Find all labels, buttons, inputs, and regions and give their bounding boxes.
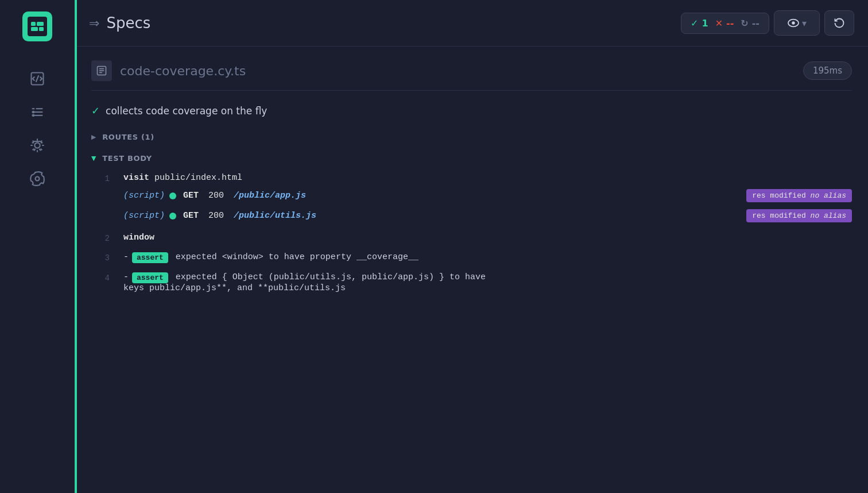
routes-row[interactable]: ▶ ROUTES (1) bbox=[91, 128, 852, 146]
app-logo[interactable] bbox=[22, 11, 52, 41]
content-area: code-coverage.cy.ts 195ms ✓ collects cod… bbox=[75, 47, 868, 493]
svg-rect-1 bbox=[37, 22, 44, 26]
loading-stat: ↻ -- bbox=[741, 18, 760, 29]
assert-badge-2: assert bbox=[132, 272, 168, 283]
sidebar-item-tests[interactable] bbox=[23, 98, 52, 126]
assert-badge-1: assert bbox=[132, 252, 168, 263]
page-title: Specs bbox=[106, 14, 150, 32]
loading-count: -- bbox=[752, 18, 760, 29]
svg-rect-0 bbox=[31, 22, 36, 26]
sidebar-item-debug[interactable] bbox=[23, 131, 52, 160]
sidebar bbox=[0, 0, 75, 493]
check-icon: ✓ bbox=[691, 18, 698, 29]
loading-icon: ↻ bbox=[741, 18, 748, 29]
sidebar-item-code[interactable] bbox=[23, 64, 52, 93]
svg-point-9 bbox=[32, 111, 35, 114]
svg-rect-3 bbox=[39, 27, 44, 31]
script-line-2: (script) GET 200 /public/utils.js res mo… bbox=[123, 206, 852, 226]
routes-chevron: ▶ bbox=[91, 133, 96, 141]
fail-count: -- bbox=[726, 18, 734, 29]
file-duration: 195ms bbox=[803, 61, 852, 80]
main-panel: ⇒ Specs ✓ 1 ✕ -- ↻ -- bbox=[75, 0, 868, 493]
line-num-2: 2 bbox=[91, 233, 110, 243]
test-pass-icon: ✓ bbox=[91, 105, 100, 117]
code-line-2: 2 window bbox=[91, 230, 852, 245]
file-info: code-coverage.cy.ts bbox=[91, 60, 246, 81]
pass-stat: ✓ 1 bbox=[691, 18, 708, 29]
specs-arrow-icon: ⇒ bbox=[89, 16, 99, 30]
code-line-3: 3 - assert expected <window> to have pro… bbox=[91, 250, 852, 265]
green-dot-1 bbox=[169, 192, 176, 199]
sidebar-item-settings[interactable] bbox=[23, 164, 52, 193]
pass-count: 1 bbox=[702, 18, 708, 29]
svg-point-11 bbox=[34, 142, 40, 148]
green-dot-2 bbox=[169, 213, 176, 219]
test-body-label: TEST BODY bbox=[102, 154, 152, 163]
header-right: ✓ 1 ✕ -- ↻ -- ▾ bbox=[681, 10, 854, 36]
file-name: code-coverage.cy.ts bbox=[120, 64, 246, 78]
active-bar bbox=[75, 0, 77, 493]
fail-stat: ✕ -- bbox=[715, 18, 734, 29]
stats-badge: ✓ 1 ✕ -- ↻ -- bbox=[681, 13, 769, 34]
refresh-button[interactable] bbox=[824, 10, 854, 36]
svg-point-10 bbox=[32, 114, 35, 117]
header-left: ⇒ Specs bbox=[89, 14, 150, 32]
line-num-3: 3 bbox=[91, 252, 110, 263]
header: ⇒ Specs ✓ 1 ✕ -- ↻ -- bbox=[75, 0, 868, 47]
test-body-content: 1 visit public/index.html (script) GET 2… bbox=[91, 171, 852, 295]
x-icon: ✕ bbox=[715, 18, 723, 29]
svg-point-15 bbox=[792, 21, 795, 24]
eye-button[interactable]: ▾ bbox=[774, 10, 820, 36]
res-badge-1: res modified no alias bbox=[746, 189, 852, 202]
file-ext: .cy.ts bbox=[214, 64, 246, 78]
code-line-4: 4 - assert expected { Object (public/uti… bbox=[91, 270, 852, 295]
routes-label: ROUTES (1) bbox=[102, 133, 154, 141]
body-chevron: ▼ bbox=[91, 155, 96, 162]
test-body-row[interactable]: ▼ TEST BODY bbox=[91, 149, 852, 167]
code-line-1: 1 visit public/index.html bbox=[91, 171, 852, 186]
test-title: collects code coverage on the fly bbox=[106, 105, 267, 117]
assert-line2: keys public/app.js**, and **public/utils… bbox=[123, 283, 346, 293]
script-line-1: (script) GET 200 /public/app.js res modi… bbox=[123, 186, 852, 206]
line-num-4: 4 bbox=[91, 272, 110, 283]
svg-rect-2 bbox=[31, 27, 38, 31]
res-badge-2: res modified no alias bbox=[746, 209, 852, 222]
test-result: ✓ collects code coverage on the fly bbox=[91, 105, 852, 117]
svg-point-13 bbox=[36, 177, 40, 181]
file-icon bbox=[91, 60, 112, 81]
line-num-1: 1 bbox=[91, 173, 110, 183]
file-header: code-coverage.cy.ts 195ms bbox=[91, 60, 852, 91]
